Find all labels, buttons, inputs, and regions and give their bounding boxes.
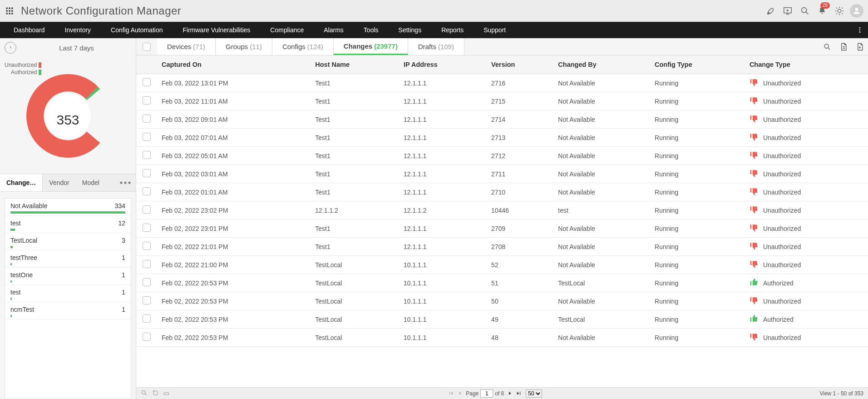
thumb-down-icon — [750, 132, 759, 143]
presentation-icon[interactable] — [779, 2, 796, 20]
sidebar-list-item[interactable]: test12 — [5, 216, 131, 233]
row-checkbox[interactable] — [143, 96, 151, 105]
sidebar: Last 7 days Unauthorized Authorized 353 … — [0, 38, 136, 399]
tab-configs[interactable]: Configs (124) — [272, 38, 334, 55]
sidebar-list: Not Available334test12TestLocal3testThre… — [5, 198, 131, 399]
sidebar-list-item[interactable]: testThree1 — [5, 250, 131, 268]
table-row[interactable]: Feb 02, 2022 23:01 PM Test1 12.1.1.1 270… — [136, 219, 868, 238]
settings-icon[interactable] — [831, 2, 848, 20]
row-checkbox[interactable] — [143, 242, 151, 250]
pager-last-icon[interactable] — [515, 390, 522, 397]
nav-item-alarms[interactable]: Alarms — [314, 22, 354, 38]
sidebar-list-item[interactable]: Not Available334 — [5, 199, 131, 216]
sidebar-tab-more-icon[interactable]: ••• — [116, 174, 136, 191]
column-header[interactable]: Captured On — [157, 55, 311, 74]
table-row[interactable]: Feb 02, 2022 20:53 PM TestLocal 10.1.1.1… — [136, 310, 868, 329]
legend-unauthorized: Unauthorized — [5, 62, 37, 68]
row-checkbox[interactable] — [143, 278, 151, 286]
column-header[interactable]: Changed By — [553, 55, 650, 74]
table-row[interactable]: Feb 03, 2022 11:01 AM Test1 12.1.1.1 271… — [136, 92, 868, 110]
thumb-down-icon — [750, 332, 759, 343]
table-row[interactable]: Feb 03, 2022 01:01 AM Test1 12.1.1.1 271… — [136, 183, 868, 201]
nav-item-settings[interactable]: Settings — [389, 22, 432, 38]
footer-clear-icon[interactable]: ▭ — [163, 389, 169, 398]
thumb-down-icon — [750, 187, 759, 197]
row-checkbox[interactable] — [143, 78, 151, 86]
row-checkbox[interactable] — [143, 205, 151, 214]
thumb-down-icon — [750, 96, 759, 106]
row-checkbox[interactable] — [143, 115, 151, 123]
table-row[interactable]: Feb 03, 2022 05:01 AM Test1 12.1.1.1 271… — [136, 147, 868, 165]
row-checkbox[interactable] — [143, 260, 151, 268]
table-row[interactable]: Feb 02, 2022 20:53 PM TestLocal 10.1.1.1… — [136, 274, 868, 292]
sidebar-tab-model[interactable]: Model — [76, 174, 106, 191]
nav-item-dashboard[interactable]: Dashboard — [4, 22, 55, 38]
column-header[interactable]: Host Name — [311, 55, 399, 74]
select-all-checkbox[interactable] — [143, 43, 151, 51]
row-checkbox[interactable] — [143, 187, 151, 195]
nav-more-icon[interactable] — [852, 22, 868, 38]
sidebar-list-item[interactable]: ncmTest1 — [5, 302, 131, 319]
thumb-down-icon — [750, 223, 759, 234]
tab-groups[interactable]: Groups (11) — [216, 38, 272, 55]
row-checkbox[interactable] — [143, 314, 151, 323]
tab-devices[interactable]: Devices (71) — [157, 38, 216, 55]
footer-refresh-icon[interactable] — [152, 389, 159, 398]
table-search-icon[interactable] — [819, 38, 835, 55]
nav-item-config-automation[interactable]: Config Automation — [101, 22, 173, 38]
table-row[interactable]: Feb 02, 2022 21:00 PM TestLocal 10.1.1.1… — [136, 256, 868, 274]
row-checkbox[interactable] — [143, 224, 151, 232]
pager-pagesize-select[interactable]: 50 — [526, 389, 542, 398]
table-export-icon[interactable] — [852, 38, 868, 55]
changes-table: Captured OnHost NameIP AddressVersionCha… — [136, 55, 868, 347]
tab-drafts[interactable]: Drafts (109) — [408, 38, 464, 55]
table-row[interactable]: Feb 03, 2022 07:01 AM Test1 12.1.1.1 271… — [136, 129, 868, 147]
time-range-selector[interactable]: Last 7 days — [0, 38, 136, 57]
column-header[interactable]: Change Type — [745, 55, 868, 74]
user-avatar[interactable] — [850, 4, 863, 18]
column-header[interactable]: Config Type — [650, 55, 745, 74]
sidebar-tab-vendor[interactable]: Vendor — [43, 174, 75, 191]
row-checkbox[interactable] — [143, 333, 151, 341]
table-row[interactable]: Feb 03, 2022 09:01 AM Test1 12.1.1.1 271… — [136, 110, 868, 129]
search-icon[interactable] — [796, 2, 814, 20]
sidebar-list-item[interactable]: TestLocal3 — [5, 233, 131, 250]
row-checkbox[interactable] — [143, 296, 151, 304]
table-row[interactable]: Feb 02, 2022 20:53 PM TestLocal 10.1.1.1… — [136, 292, 868, 310]
sidebar-list-item[interactable]: test1 — [5, 285, 131, 302]
sidebar-list-item[interactable]: testOne1 — [5, 268, 131, 285]
pager-page-input[interactable] — [480, 389, 493, 398]
nav-item-compliance[interactable]: Compliance — [260, 22, 314, 38]
table-row[interactable]: Feb 03, 2022 03:01 AM Test1 12.1.1.1 271… — [136, 165, 868, 183]
nav-item-tools[interactable]: Tools — [354, 22, 389, 38]
column-header[interactable]: IP Address — [399, 55, 487, 74]
nav-item-firmware-vulnerabilities[interactable]: Firmware Vulnerabilities — [173, 22, 261, 38]
thumb-down-icon — [750, 241, 759, 252]
pager-prev-icon[interactable] — [456, 390, 463, 397]
table-doc-icon[interactable] — [835, 38, 852, 55]
row-checkbox[interactable] — [143, 151, 151, 159]
row-checkbox[interactable] — [143, 133, 151, 141]
rocket-icon[interactable] — [762, 2, 779, 20]
table-row[interactable]: Feb 03, 2022 13:01 PM Test1 12.1.1.1 271… — [136, 74, 868, 92]
table-footer: ▭ Page of 8 50 View 1 - 50 of 353 — [136, 387, 868, 399]
pager-next-icon[interactable] — [507, 390, 513, 397]
nav-item-inventory[interactable]: Inventory — [55, 22, 101, 38]
main-tabs-row: Devices (71)Groups (11)Configs (124)Chan… — [136, 38, 868, 55]
table-row[interactable]: Feb 02, 2022 23:02 PM 12.1.1.2 12.1.1.2 … — [136, 201, 868, 219]
nav-item-support[interactable]: Support — [473, 22, 516, 38]
sidebar-tab-change[interactable]: Change… — [0, 174, 43, 191]
row-checkbox[interactable] — [143, 169, 151, 177]
tab-changes[interactable]: Changes (23977) — [334, 38, 408, 55]
column-header[interactable]: Version — [487, 55, 553, 74]
footer-search-icon[interactable] — [141, 389, 148, 398]
table-row[interactable]: Feb 02, 2022 21:01 PM Test1 12.1.1.1 270… — [136, 238, 868, 256]
thumb-down-icon — [750, 205, 759, 215]
table-row[interactable]: Feb 02, 2022 20:53 PM TestLocal 10.1.1.1… — [136, 329, 868, 347]
app-launcher-icon[interactable] — [0, 0, 19, 22]
pager-first-icon[interactable] — [448, 390, 454, 397]
notifications-icon[interactable]: 29 — [814, 2, 831, 20]
notifications-badge: 29 — [820, 2, 830, 9]
thumb-down-icon — [750, 259, 759, 270]
nav-item-reports[interactable]: Reports — [431, 22, 473, 38]
